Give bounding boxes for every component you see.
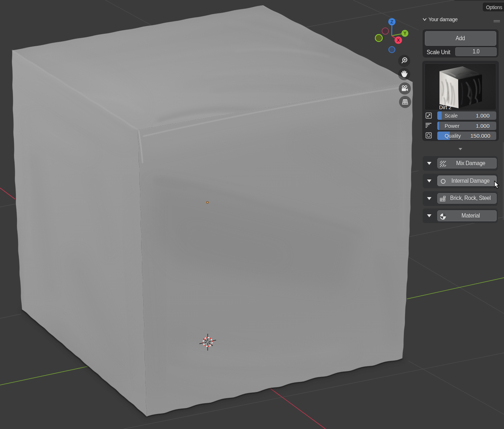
svg-text:Dirt 2: Dirt 2 xyxy=(439,104,452,110)
svg-text:Z: Z xyxy=(390,19,393,25)
svg-text:X: X xyxy=(397,38,400,43)
svg-text:Y: Y xyxy=(403,31,406,36)
